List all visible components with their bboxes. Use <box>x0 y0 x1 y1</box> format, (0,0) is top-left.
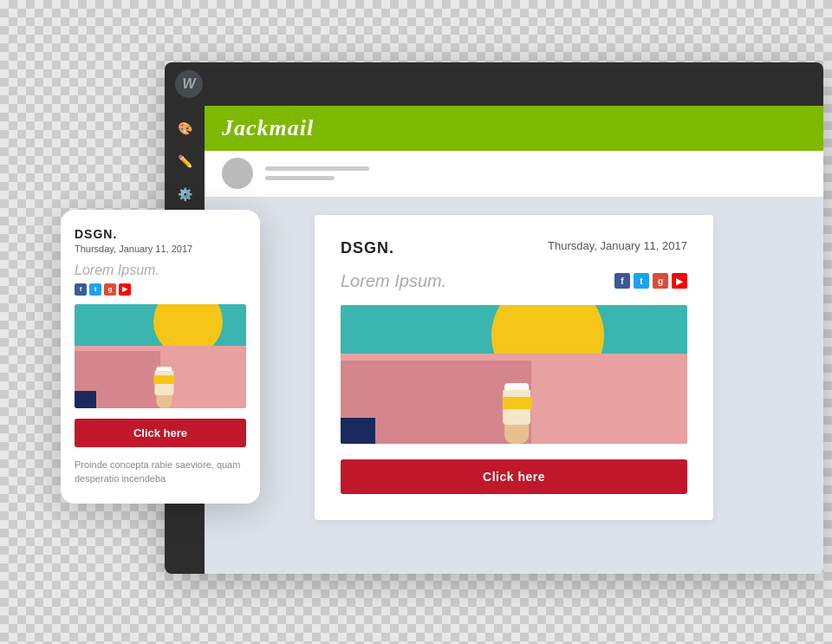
mobile-email-card: DSGN. Thursday, January 11, 2017 Lorem I… <box>61 210 260 504</box>
mobile-email-brand: DSGN. <box>75 227 246 241</box>
browser-chrome: W <box>165 62 823 106</box>
wp-topbar: Jackmail <box>205 106 823 151</box>
mobile-cta-button[interactable]: Click here <box>75 419 246 447</box>
user-line-short <box>265 176 335 180</box>
img-navy-block <box>341 418 375 444</box>
mobile-twitter-icon: t <box>89 283 101 296</box>
user-avatar <box>222 158 253 189</box>
sidebar-icon-edit[interactable]: ✏️ <box>171 147 198 175</box>
mobile-facebook-icon: f <box>75 283 87 296</box>
desktop-email-card: DSGN. Thursday, January 11, 2017 Lorem I… <box>315 215 713 520</box>
desktop-email-subject: Lorem Ipsum. <box>341 271 446 291</box>
desktop-social-icons: f t g ▶ <box>614 273 687 289</box>
youtube-icon: ▶ <box>672 273 687 289</box>
email-header-row: DSGN. Thursday, January 11, 2017 <box>341 239 687 257</box>
scene-container: W 🎨 ✏️ ⚙️ 📄 Jackmail <box>61 36 771 608</box>
mobile-email-date: Thursday, January 11, 2017 <box>75 244 246 254</box>
desktop-email-image <box>341 305 687 444</box>
desktop-email-date: Thursday, January 11, 2017 <box>548 239 687 252</box>
wp-main-content: DSGN. Thursday, January 11, 2017 Lorem I… <box>205 198 823 574</box>
desktop-image-inner <box>341 305 687 444</box>
browser-window: W 🎨 ✏️ ⚙️ 📄 Jackmail <box>165 62 823 574</box>
facebook-icon: f <box>614 273 630 289</box>
email-subject-row: Lorem Ipsum. f t g ▶ <box>341 271 687 291</box>
img-cup-band <box>503 397 532 409</box>
jackmail-logo: Jackmail <box>222 115 314 141</box>
wp-content-area: Jackmail DSGN. Thursday, January 11, 201… <box>205 106 823 574</box>
img-hand <box>504 425 529 444</box>
img-hand-area <box>503 383 530 444</box>
sidebar-icon-paint[interactable]: 🎨 <box>171 114 198 142</box>
mobile-youtube-icon: ▶ <box>119 283 131 296</box>
mobile-email-image <box>75 304 246 408</box>
twitter-icon: t <box>634 273 649 289</box>
mobile-social-icons: f t g ▶ <box>75 283 246 296</box>
googleplus-icon: g <box>653 273 668 289</box>
user-lines <box>265 166 369 180</box>
wp-logo-icon: W <box>175 70 203 98</box>
wp-subbar <box>205 151 823 198</box>
mobile-email-subject: Lorem Ipsum. <box>75 263 246 278</box>
mobile-body-text: Proinde concepta rabie saeviore, quam de… <box>75 458 246 486</box>
desktop-cta-button[interactable]: Click here <box>341 459 687 494</box>
desktop-email-brand: DSGN. <box>341 239 394 257</box>
sidebar-icon-gear[interactable]: ⚙️ <box>171 180 198 208</box>
browser-body: 🎨 ✏️ ⚙️ 📄 Jackmail <box>165 106 823 574</box>
mobile-googleplus-icon: g <box>104 283 116 296</box>
user-line-long <box>265 166 369 171</box>
img-cup-lid <box>504 383 529 390</box>
